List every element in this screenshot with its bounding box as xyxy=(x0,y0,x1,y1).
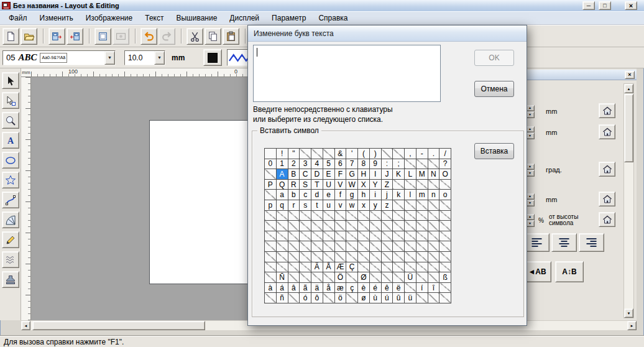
char-cell[interactable]: w xyxy=(346,200,358,210)
char-cell[interactable]: G xyxy=(346,169,358,180)
char-cell[interactable]: V xyxy=(334,179,346,190)
menu-item-option[interactable]: Параметр xyxy=(265,12,312,24)
tool-star-button[interactable] xyxy=(2,172,19,188)
char-cell[interactable]: h xyxy=(358,190,370,200)
font-dropdown-button[interactable]: ▼ xyxy=(104,51,115,65)
char-cell[interactable]: ö xyxy=(334,293,346,303)
char-cell[interactable]: 8 xyxy=(358,159,370,169)
char-cell[interactable]: ( xyxy=(358,149,370,159)
char-cell[interactable]: J xyxy=(381,169,393,180)
minimize-button[interactable]: ─ xyxy=(582,1,595,10)
char-cell[interactable]: g xyxy=(346,190,358,200)
char-cell[interactable]: 3 xyxy=(300,159,311,169)
align-center-button[interactable] xyxy=(551,233,577,252)
char-cell[interactable]: M xyxy=(416,169,428,180)
char-cell[interactable]: F xyxy=(334,169,346,180)
text-orientation-vertical-button[interactable]: A↕B xyxy=(555,261,584,282)
char-cell[interactable]: T xyxy=(311,179,323,190)
char-cell[interactable]: k xyxy=(393,190,405,200)
char-cell[interactable]: Ü xyxy=(405,272,416,283)
char-cell[interactable]: 2 xyxy=(288,159,300,169)
char-cell[interactable]: ä xyxy=(311,282,323,293)
char-cell[interactable]: ù xyxy=(369,293,381,303)
tool-text-button[interactable]: A xyxy=(2,132,19,149)
align-right-button[interactable] xyxy=(579,233,604,252)
char-cell[interactable]: Ä xyxy=(311,262,323,272)
char-cell[interactable]: â xyxy=(288,282,300,293)
char-cell[interactable]: Y xyxy=(369,179,381,190)
char-cell[interactable]: ' xyxy=(346,149,358,159)
char-cell[interactable]: y xyxy=(369,200,381,210)
char-cell[interactable]: ç xyxy=(346,282,358,293)
char-cell[interactable]: å xyxy=(323,282,334,293)
char-cell[interactable]: B xyxy=(288,169,300,180)
char-cell[interactable]: E xyxy=(323,169,334,180)
char-cell[interactable]: U xyxy=(323,179,334,190)
char-cell[interactable]: t xyxy=(311,200,323,210)
char-cell[interactable]: R xyxy=(288,179,300,190)
char-cell[interactable]: H xyxy=(358,169,370,180)
char-cell[interactable]: î xyxy=(428,282,439,293)
char-cell[interactable]: A xyxy=(276,169,288,180)
menu-item-edit[interactable]: Изменить xyxy=(34,12,80,24)
menu-item-help[interactable]: Справка xyxy=(312,12,354,24)
char-cell[interactable]: D xyxy=(311,169,323,180)
align-left-button[interactable] xyxy=(524,233,550,252)
char-cell[interactable]: ú xyxy=(381,293,393,303)
dialog-titlebar[interactable]: Изменение букв текста xyxy=(248,25,527,42)
char-cell[interactable]: 1 xyxy=(276,159,288,169)
tool-measure-button[interactable] xyxy=(2,231,19,248)
char-cell[interactable]: x xyxy=(358,200,370,210)
char-cell[interactable]: è xyxy=(358,282,370,293)
char-cell[interactable]: Æ xyxy=(334,262,346,272)
open-button[interactable] xyxy=(21,28,37,45)
char-cell[interactable]: r xyxy=(288,200,300,210)
char-cell[interactable]: " xyxy=(288,149,300,159)
char-cell[interactable]: Ø xyxy=(358,272,370,283)
char-cell[interactable]: n xyxy=(428,190,439,200)
insert-button[interactable]: Вставка xyxy=(474,143,514,159)
undo-button[interactable] xyxy=(140,28,157,45)
char-cell[interactable]: à xyxy=(265,282,277,293)
char-cell[interactable]: ) xyxy=(369,149,381,159)
scroll-down-button[interactable]: ▼ xyxy=(624,308,633,318)
reset-default-button[interactable] xyxy=(599,162,615,177)
panel-titlebar[interactable]: × xyxy=(523,70,637,80)
maximize-button[interactable]: □ xyxy=(599,1,611,10)
menu-item-text[interactable]: Текст xyxy=(139,12,170,24)
char-cell[interactable]: C xyxy=(300,169,311,180)
char-cell[interactable]: é xyxy=(369,282,381,293)
char-cell[interactable]: ß xyxy=(439,272,451,283)
char-cell[interactable]: æ xyxy=(334,282,346,293)
char-cell[interactable]: K xyxy=(393,169,405,180)
design-page-button[interactable] xyxy=(94,28,111,45)
char-cell[interactable]: W xyxy=(346,179,358,190)
char-cell[interactable]: a xyxy=(276,190,288,200)
char-cell[interactable]: S xyxy=(300,179,311,190)
char-cell[interactable]: j xyxy=(381,190,393,200)
font-select[interactable]: 05 ABC Aa0-9&?!Aã ▼ xyxy=(2,50,116,65)
new-button[interactable] xyxy=(2,28,19,45)
char-cell[interactable]: : xyxy=(381,159,393,169)
char-cell[interactable]: L xyxy=(405,169,416,180)
read-card-button[interactable] xyxy=(67,28,83,45)
scrollbar-thumb[interactable] xyxy=(32,321,205,330)
cancel-button[interactable]: Отмена xyxy=(474,81,514,97)
char-cell[interactable]: v xyxy=(334,200,346,210)
copy-button[interactable] xyxy=(205,28,221,45)
char-cell[interactable]: Ñ xyxy=(276,272,288,283)
close-button[interactable]: × xyxy=(625,1,637,10)
char-cell[interactable]: O xyxy=(439,169,451,180)
char-cell[interactable]: ô xyxy=(311,293,323,303)
char-cell[interactable]: Z xyxy=(381,179,393,190)
tool-zoom-button[interactable] xyxy=(2,112,19,129)
char-cell[interactable]: c xyxy=(300,190,311,200)
char-cell[interactable]: ; xyxy=(393,159,405,169)
char-cell[interactable]: o xyxy=(439,190,451,200)
char-cell[interactable]: d xyxy=(311,190,323,200)
char-cell[interactable]: . xyxy=(428,149,439,159)
char-cell[interactable]: û xyxy=(393,293,405,303)
char-cell[interactable]: 4 xyxy=(311,159,323,169)
char-cell[interactable]: l xyxy=(405,190,416,200)
char-cell[interactable]: z xyxy=(381,200,393,210)
